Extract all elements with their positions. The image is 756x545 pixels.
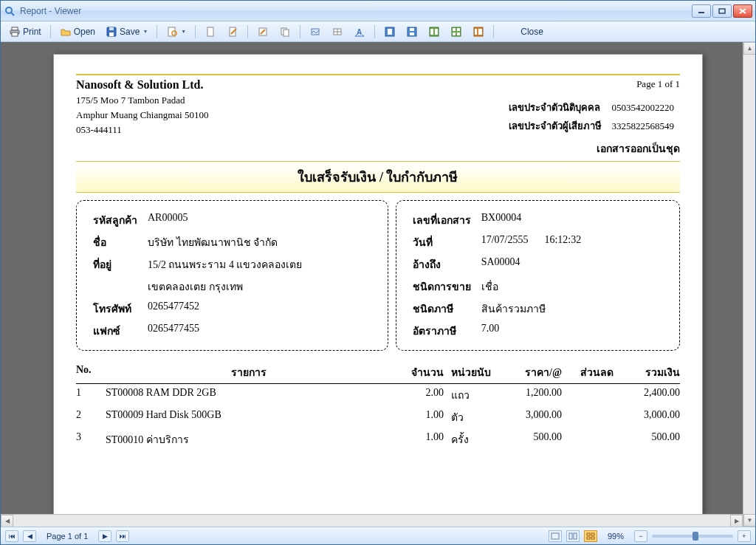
svg-rect-37	[457, 28, 460, 31]
sale-type-label: ชนิดการขาย	[408, 276, 475, 297]
zoom-thumb[interactable]	[693, 532, 698, 541]
tool-button-3[interactable]	[253, 24, 272, 40]
view-facing-button[interactable]	[425, 24, 444, 40]
cust-name: บริษัท ไทยพัฒนาพานิช จำกัด	[143, 232, 306, 253]
svg-rect-46	[587, 533, 590, 535]
close-report-button[interactable]: Close	[517, 24, 547, 39]
open-button[interactable]: Open	[56, 24, 99, 40]
copy-icon	[279, 26, 291, 38]
doc-title: ใบเสร็จรับเงิน / ใบกำกับภาษี	[76, 161, 680, 193]
status-page: Page 1 of 1	[47, 532, 88, 541]
open-icon	[60, 26, 72, 38]
vat-rate: 7.00	[477, 321, 533, 341]
toolbar-separator	[300, 25, 300, 38]
doc-note: เอกสารออกเป็นชุด	[503, 140, 681, 157]
page-setup-button[interactable]: ▼	[162, 24, 190, 40]
chevron-down-icon: ▼	[181, 29, 186, 34]
zoom-in-button[interactable]: +	[738, 530, 751, 542]
tool-button-6[interactable]	[328, 24, 347, 40]
close-button[interactable]	[733, 4, 752, 18]
doc-ref-label: อ้างถึง	[408, 254, 475, 275]
svg-rect-45	[574, 533, 577, 539]
tool-button-1[interactable]	[201, 24, 220, 40]
cust-tel-label: โทรศัพท์	[89, 298, 142, 319]
titlebar: Report - Viewer	[1, 1, 755, 21]
vertical-scrollbar[interactable]: ▲ ▼	[743, 42, 755, 527]
last-page-button[interactable]: ⏭	[116, 530, 129, 542]
svg-rect-36	[453, 28, 456, 31]
prev-page-button[interactable]: ◀	[23, 530, 36, 542]
save-label: Save	[120, 27, 140, 37]
doc-no: BX00004	[477, 210, 533, 230]
svg-rect-34	[435, 29, 438, 35]
maximize-button[interactable]	[712, 4, 732, 18]
tool-button-2[interactable]	[223, 24, 242, 40]
image-icon	[309, 26, 321, 38]
tool-button-7[interactable]: A	[350, 24, 369, 40]
corp-id-label: เลขประจำตัวนิติบุคคล	[504, 99, 606, 116]
view-single-button[interactable]	[380, 24, 399, 40]
facing-page-icon	[428, 26, 440, 38]
toolbar-separator	[493, 25, 494, 38]
cust-tel: 0265477452	[143, 298, 306, 319]
svg-rect-48	[587, 537, 590, 539]
svg-rect-3	[719, 9, 725, 13]
doc-date-label: วันที่	[408, 232, 475, 253]
company-phone: 053-444111	[76, 124, 503, 136]
report-canvas[interactable]: Nanosoft & Solution Ltd. 175/5 Moo 7 Tam…	[1, 42, 755, 527]
view-continuous-button[interactable]	[402, 24, 422, 40]
view-outline-button[interactable]	[469, 24, 488, 40]
cust-fax-label: แฟกซ์	[89, 321, 142, 341]
statusbar: ⏮ ◀ Page 1 of 1 ▶ ⏭ 99% − +	[1, 527, 755, 544]
horizontal-scrollbar[interactable]: ◀ ▶	[1, 514, 743, 527]
zoom-out-button[interactable]: −	[634, 530, 647, 542]
col-no: No.	[76, 364, 106, 380]
company-address1: 175/5 Moo 7 Tambon Padad	[76, 95, 503, 106]
col-total: รวมเงิน	[614, 364, 680, 380]
svg-rect-14	[207, 27, 213, 36]
svg-line-1	[11, 13, 14, 16]
save-button[interactable]: Save ▼	[102, 24, 151, 40]
col-unit: หน่วยนับ	[444, 364, 503, 380]
cust-addr1: 15/2 ถนนพระราม 4 แขวงคลองเตย	[143, 254, 306, 275]
print-icon	[9, 26, 21, 38]
viewmode-2[interactable]	[566, 530, 580, 542]
table-icon	[331, 26, 343, 38]
view-multi-button[interactable]	[447, 24, 466, 40]
svg-rect-41	[475, 29, 477, 35]
doc-date: 17/07/2555	[477, 232, 533, 253]
viewmode-3[interactable]	[584, 530, 597, 542]
maximize-icon	[718, 8, 726, 14]
col-disc: ส่วนลด	[562, 364, 614, 380]
tool-button-5[interactable]	[306, 24, 325, 40]
toolbar: Print Open Save ▼ ▼	[1, 21, 755, 42]
cust-code: AR00005	[143, 210, 306, 230]
report-page: Nanosoft & Solution Ltd. 175/5 Moo 7 Tam…	[53, 54, 703, 515]
item-row: 2ST00009 Hard Disk 500GB1.00ตัว3,000.003…	[76, 406, 680, 428]
zoom-slider[interactable]	[652, 535, 733, 538]
single-page-icon	[384, 26, 396, 38]
viewmode-1[interactable]	[549, 530, 562, 542]
svg-rect-6	[12, 27, 18, 30]
open-label: Open	[74, 27, 95, 37]
doc-no-label: เลขที่เอกสาร	[408, 210, 475, 230]
next-page-button[interactable]: ▶	[98, 530, 111, 542]
scroll-right-button[interactable]: ▶	[730, 515, 743, 527]
minimize-button[interactable]	[692, 4, 711, 18]
scroll-down-button[interactable]: ▼	[743, 514, 755, 527]
corp-id: 0503542002220	[608, 99, 679, 116]
first-page-button[interactable]: ⏮	[5, 530, 18, 542]
item-row: 1ST00008 RAM DDR 2GB2.00แถว1,200.002,400…	[76, 384, 680, 406]
multi-page-icon	[450, 26, 462, 38]
print-button[interactable]: Print	[5, 24, 45, 40]
vat-rate-label: อัตราภาษี	[408, 321, 475, 341]
svg-rect-11	[109, 27, 114, 30]
document-box: เลขที่เอกสารBX00004 วันที่17/07/255516:1…	[396, 200, 680, 351]
tool-button-4[interactable]	[275, 24, 295, 40]
item-row: 3ST00010 ค่าบริการ1.00ครั้ง500.00500.00	[76, 428, 680, 450]
scroll-up-button[interactable]: ▲	[743, 42, 755, 55]
app-icon	[4, 5, 16, 17]
tax-id: 3325822568549	[608, 117, 679, 134]
sale-type: เชื่อ	[477, 276, 533, 297]
scroll-left-button[interactable]: ◀	[1, 515, 13, 527]
